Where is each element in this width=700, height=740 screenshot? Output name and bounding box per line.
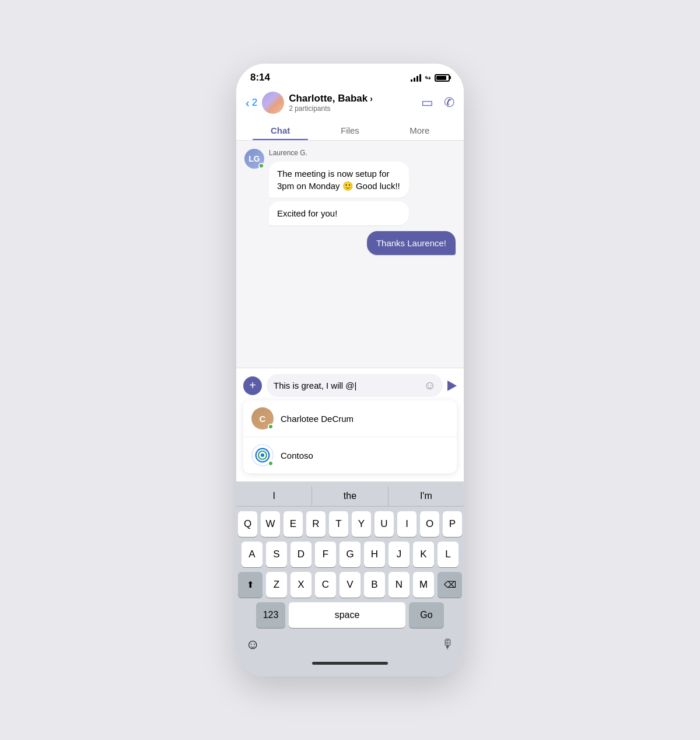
- contoso-avatar: [251, 444, 274, 466]
- keyboard: I the I'm Q W E R T Y U I O P A S D: [236, 481, 464, 676]
- key-t[interactable]: T: [329, 511, 348, 537]
- chat-header: ‹ 2 Charlotte, Babak › 2 participants ▭ …: [236, 87, 464, 141]
- key-n[interactable]: N: [388, 572, 410, 598]
- header-left: ‹ 2 Charlotte, Babak › 2 participants: [246, 92, 373, 114]
- video-call-button[interactable]: ▭: [421, 95, 433, 110]
- back-chevron-icon: ‹: [246, 97, 250, 109]
- space-key[interactable]: space: [289, 602, 405, 628]
- input-row: + This is great, I will @| ☺: [243, 374, 457, 397]
- received-bubble: The meeting is now setup for 3pm on Mond…: [269, 162, 409, 198]
- sent-message-row: Thanks Laurence!: [244, 231, 456, 255]
- message-content: Laurence G. The meeting is now setup for…: [269, 149, 409, 198]
- key-k[interactable]: K: [413, 542, 434, 567]
- delete-key[interactable]: ⌫: [438, 572, 462, 598]
- key-u[interactable]: U: [374, 511, 394, 537]
- key-y[interactable]: Y: [352, 511, 371, 537]
- key-w[interactable]: W: [261, 511, 280, 537]
- sent-bubble: Thanks Laurence!: [367, 231, 456, 255]
- mention-item-contoso[interactable]: Contoso: [243, 437, 457, 473]
- key-x[interactable]: X: [290, 572, 312, 598]
- key-v[interactable]: V: [340, 572, 360, 598]
- header-name-area: Charlotte, Babak › 2 participants: [289, 93, 373, 113]
- contoso-name: Contoso: [281, 451, 313, 460]
- wifi-icon: ↬: [425, 74, 431, 82]
- phone-call-button[interactable]: ✆: [444, 95, 454, 110]
- key-z[interactable]: Z: [266, 572, 287, 598]
- group-avatar: [262, 92, 284, 114]
- battery-icon: [435, 74, 450, 82]
- key-p[interactable]: P: [443, 511, 462, 537]
- name-chevron-icon: ›: [370, 94, 373, 103]
- key-b[interactable]: B: [364, 572, 385, 598]
- tabs: Chat Files More: [246, 120, 454, 140]
- key-row-4: 123 space Go: [238, 602, 462, 628]
- num-key[interactable]: 123: [256, 602, 285, 628]
- status-icons: ↬: [411, 74, 450, 82]
- suggestion-the[interactable]: the: [312, 486, 388, 506]
- back-button[interactable]: ‹ 2: [246, 97, 257, 109]
- key-j[interactable]: J: [388, 542, 410, 567]
- key-g[interactable]: G: [340, 542, 360, 567]
- send-button[interactable]: [447, 381, 457, 391]
- tab-chat[interactable]: Chat: [246, 120, 315, 140]
- status-time: 8:14: [250, 72, 270, 83]
- header-top: ‹ 2 Charlotte, Babak › 2 participants ▭ …: [246, 92, 454, 114]
- key-d[interactable]: D: [290, 542, 312, 567]
- key-r[interactable]: R: [306, 511, 326, 537]
- go-key[interactable]: Go: [409, 602, 444, 628]
- tab-more[interactable]: More: [385, 120, 454, 140]
- svg-point-2: [261, 453, 264, 457]
- mention-dropdown: C Charlotee DeCrum Contoso: [243, 400, 457, 473]
- keyboard-emoji-button[interactable]: ☺: [246, 636, 260, 652]
- key-a[interactable]: A: [242, 542, 262, 567]
- key-m[interactable]: M: [413, 572, 434, 598]
- message-group-received: LG Laurence G. The meeting is now setup …: [244, 149, 456, 225]
- contoso-online-dot: [268, 460, 274, 466]
- key-h[interactable]: H: [364, 542, 385, 567]
- input-area: + This is great, I will @| ☺ C Charlotee…: [236, 368, 464, 481]
- add-attachment-button[interactable]: +: [243, 376, 262, 395]
- suggestion-i[interactable]: I: [236, 486, 312, 506]
- key-e[interactable]: E: [284, 511, 303, 537]
- key-row-3: ⬆ Z X C V B N M ⌫: [238, 572, 462, 598]
- plus-icon: +: [249, 379, 256, 392]
- charlotee-online-dot: [268, 424, 274, 430]
- status-bar: 8:14 ↬: [236, 64, 464, 87]
- message-input[interactable]: This is great, I will @|: [274, 381, 419, 390]
- key-i[interactable]: I: [397, 511, 416, 537]
- phone-shell: 8:14 ↬ ‹ 2 Charlo: [236, 64, 464, 676]
- mention-item-charlotee[interactable]: C Charlotee DeCrum: [243, 400, 457, 437]
- charlotee-avatar: C: [251, 407, 274, 430]
- header-name[interactable]: Charlotte, Babak ›: [289, 93, 373, 104]
- key-f[interactable]: F: [315, 542, 336, 567]
- sender-avatar: LG: [244, 149, 264, 169]
- keyboard-bottom: ☺ 🎙: [236, 633, 464, 662]
- header-actions: ▭ ✆: [421, 95, 454, 110]
- key-row-2: A S D F G H J K L: [238, 542, 462, 567]
- keyboard-mic-button[interactable]: 🎙: [442, 637, 454, 652]
- bottom-bar-area: [236, 662, 464, 676]
- back-count: 2: [252, 97, 257, 109]
- group-avatar-img: [262, 92, 284, 114]
- key-l[interactable]: L: [438, 542, 459, 567]
- send-arrow-icon: [447, 381, 457, 391]
- emoji-button[interactable]: ☺: [424, 379, 436, 392]
- key-c[interactable]: C: [315, 572, 336, 598]
- charlotee-name: Charlotee DeCrum: [281, 414, 354, 424]
- key-row-1: Q W E R T Y U I O P: [238, 511, 462, 537]
- key-q[interactable]: Q: [238, 511, 257, 537]
- message-input-wrap: This is great, I will @| ☺: [267, 374, 443, 397]
- sender-name: Laurence G.: [269, 149, 409, 157]
- chat-area: LG Laurence G. The meeting is now setup …: [236, 141, 464, 368]
- suggestion-im[interactable]: I'm: [388, 486, 464, 506]
- participants-count: 2 participants: [289, 104, 373, 113]
- continued-bubble-wrap: Excited for you!: [244, 201, 456, 225]
- home-bar: [312, 662, 388, 665]
- signal-icon: [411, 74, 421, 82]
- received-bubble-2: Excited for you!: [269, 201, 409, 225]
- tab-files[interactable]: Files: [315, 120, 384, 140]
- key-s[interactable]: S: [266, 542, 287, 567]
- sender-row: LG Laurence G. The meeting is now setup …: [244, 149, 456, 198]
- shift-key[interactable]: ⬆: [238, 572, 262, 598]
- key-o[interactable]: O: [420, 511, 439, 537]
